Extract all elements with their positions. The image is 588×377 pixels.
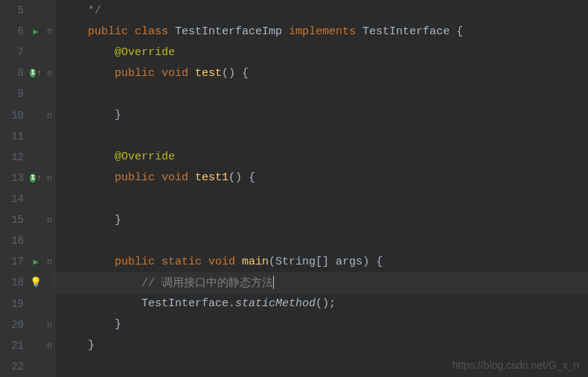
code-line[interactable]: @Override xyxy=(55,147,588,168)
token-punct: ( xyxy=(269,256,275,268)
override-icon[interactable]: I↑ xyxy=(30,172,42,184)
code-line[interactable] xyxy=(55,83,588,104)
fold-toggle-icon[interactable]: ⊟ xyxy=(47,341,51,350)
line-number: 9 xyxy=(18,88,28,100)
fold-toggle-icon[interactable]: ⊟ xyxy=(47,215,51,224)
gutter-row: 22 xyxy=(0,356,45,377)
line-number: 21 xyxy=(11,340,28,352)
bulb-icon[interactable]: 💡 xyxy=(30,276,42,288)
token-cls: TestInterfaceImp xyxy=(175,25,289,38)
gutter-row: 14 xyxy=(0,188,45,209)
gutter-row: 18💡 xyxy=(0,272,45,293)
code-line[interactable] xyxy=(55,188,588,209)
token-punct: () { xyxy=(229,171,255,184)
gutter-row: 17▶ xyxy=(0,251,45,272)
line-number: 16 xyxy=(11,235,28,247)
fold-toggle-icon[interactable]: ⊟ xyxy=(47,111,51,120)
line-number: 8 xyxy=(18,67,28,79)
line-number: 11 xyxy=(11,130,28,142)
fold-toggle-icon[interactable]: ⊟ xyxy=(47,27,51,36)
gutter-row: 8I↑ xyxy=(0,63,45,83)
fold-toggle-icon[interactable]: ⊟ xyxy=(47,69,51,77)
token-punct: ) { xyxy=(362,256,383,268)
fold-toggle-icon[interactable]: ⊟ xyxy=(47,174,51,183)
line-number: 13 xyxy=(11,172,28,184)
token-kw: implements xyxy=(289,25,362,38)
token-kw: void xyxy=(162,67,195,80)
token-punct: () { xyxy=(222,67,249,80)
code-line[interactable]: public void test1() { xyxy=(55,168,588,188)
override-icon[interactable]: I↑ xyxy=(30,67,42,79)
token-kw: public xyxy=(61,25,135,38)
gutter-row: 13I↑ xyxy=(0,168,45,188)
code-editor[interactable]: 56▶78I↑910111213I↑14151617▶18💡19202122 ⊟… xyxy=(0,0,588,377)
token-anno: @Override xyxy=(61,46,175,59)
code-line[interactable]: TestInterface.staticMethod(); xyxy=(55,294,588,314)
fold-row xyxy=(45,126,54,147)
code-line[interactable]: */ xyxy=(55,0,588,21)
gutter-row: 6▶ xyxy=(0,21,45,42)
fold-row: ⊟ xyxy=(45,335,54,356)
token-kw: void xyxy=(208,256,242,268)
line-number: 5 xyxy=(18,4,28,16)
line-number: 20 xyxy=(11,319,28,331)
code-line[interactable]: public class TestInterfaceImp implements… xyxy=(55,21,588,42)
watermark-text: https://blog.csdn.net/G_x_n xyxy=(453,359,579,371)
fold-row: ⊟ xyxy=(45,168,54,188)
token-punct: . xyxy=(229,297,235,310)
token-kw: public xyxy=(61,256,162,268)
fold-row xyxy=(45,83,54,104)
code-line[interactable]: } xyxy=(55,209,588,230)
fold-row xyxy=(45,147,54,168)
fold-row: ⊟ xyxy=(45,314,54,335)
token-kw: public xyxy=(61,67,162,80)
fold-row xyxy=(45,294,54,314)
token-comment: // 调用接口中的静态方法 xyxy=(61,276,273,290)
token-meth: test xyxy=(195,67,222,80)
code-line[interactable]: // 调用接口中的静态方法 xyxy=(55,272,588,293)
gutter-row: 10 xyxy=(0,105,45,126)
fold-row xyxy=(45,356,54,377)
line-number: 15 xyxy=(11,214,28,226)
code-area[interactable]: */ public class TestInterfaceImp impleme… xyxy=(55,0,588,377)
token-static-call: staticMethod xyxy=(235,297,316,310)
token-punct: } xyxy=(61,214,121,226)
token-meth: main xyxy=(242,256,269,268)
token-meth: test1 xyxy=(195,171,229,184)
gutter-row: 9 xyxy=(0,83,45,104)
run-icon[interactable]: ▶ xyxy=(30,256,42,267)
fold-row: ⊟ xyxy=(45,209,54,230)
text-cursor xyxy=(273,276,274,289)
gutter-row: 12 xyxy=(0,147,45,168)
code-line[interactable]: } xyxy=(55,335,588,356)
token-kw: class xyxy=(135,25,175,38)
gutter-row: 21 xyxy=(0,335,45,356)
code-line[interactable]: public static void main(String[] args) { xyxy=(55,251,588,272)
code-line[interactable]: @Override xyxy=(55,42,588,63)
token-cls: TestInterface xyxy=(362,25,456,38)
fold-row: ⊟ xyxy=(45,63,54,83)
code-line[interactable]: } xyxy=(55,105,588,126)
code-line[interactable] xyxy=(55,126,588,147)
fold-row xyxy=(45,42,54,63)
gutter-row: 15 xyxy=(0,209,45,230)
fold-toggle-icon[interactable]: ⊟ xyxy=(47,257,51,266)
code-line[interactable]: public void test() { xyxy=(55,63,588,83)
code-line[interactable] xyxy=(55,230,588,251)
gutter-row: 11 xyxy=(0,126,45,147)
fold-toggle-icon[interactable]: ⊟ xyxy=(47,320,51,329)
line-gutter: 56▶78I↑910111213I↑14151617▶18💡19202122 xyxy=(0,0,45,377)
fold-gutter: ⊟⊟⊟⊟⊟⊟⊟⊟ xyxy=(45,0,55,377)
token-anno: @Override xyxy=(61,151,175,163)
token-punct: { xyxy=(456,25,463,38)
token-kw: public xyxy=(61,171,162,184)
token-punct: } xyxy=(61,339,95,352)
run-icon[interactable]: ▶ xyxy=(30,25,42,37)
fold-row: ⊟ xyxy=(45,21,54,42)
line-number: 14 xyxy=(11,193,28,205)
token-punct: } xyxy=(61,318,121,331)
code-line[interactable]: } xyxy=(55,314,588,335)
fold-row: ⊟ xyxy=(45,105,54,126)
gutter-row: 19 xyxy=(0,294,45,314)
gutter-row: 20 xyxy=(0,314,45,335)
